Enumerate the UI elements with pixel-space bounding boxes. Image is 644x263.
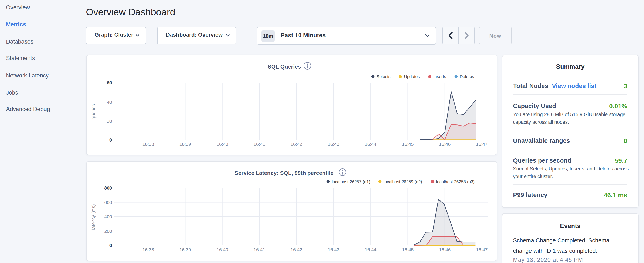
svg-text:latency (ms): latency (ms): [91, 204, 96, 230]
svg-text:16:45: 16:45: [402, 247, 414, 252]
svg-text:800: 800: [104, 185, 112, 191]
svg-text:Updates: Updates: [404, 74, 420, 79]
svg-text:16:40: 16:40: [216, 247, 228, 252]
svg-text:16:38: 16:38: [142, 141, 154, 147]
svg-text:Deletes: Deletes: [460, 74, 474, 79]
svg-text:16:47: 16:47: [476, 247, 488, 252]
svg-text:16:41: 16:41: [254, 247, 265, 252]
svg-text:Service Latency: SQL, 99th per: Service Latency: SQL, 99th percentile: [234, 170, 333, 176]
svg-text:16:38: 16:38: [142, 247, 154, 252]
svg-text:16:41: 16:41: [254, 141, 265, 147]
svg-text:queries: queries: [91, 104, 96, 119]
svg-text:localhost:26258 (n3): localhost:26258 (n3): [436, 179, 474, 184]
svg-text:localhost:26259 (n2): localhost:26259 (n2): [384, 179, 422, 184]
svg-text:16:44: 16:44: [365, 141, 376, 147]
svg-text:60: 60: [107, 80, 112, 86]
svg-text:localhost:26257 (n1): localhost:26257 (n1): [332, 179, 370, 184]
svg-text:16:42: 16:42: [290, 247, 302, 252]
svg-text:Selects: Selects: [376, 74, 390, 79]
svg-text:400: 400: [104, 214, 112, 219]
svg-text:16:45: 16:45: [402, 141, 414, 147]
svg-text:20: 20: [107, 119, 112, 124]
svg-text:0: 0: [110, 137, 112, 143]
svg-text:600: 600: [104, 200, 112, 205]
svg-text:16:46: 16:46: [439, 141, 450, 147]
svg-text:16:40: 16:40: [216, 141, 228, 147]
svg-text:16:47: 16:47: [476, 141, 488, 147]
svg-text:16:42: 16:42: [290, 141, 302, 147]
svg-text:0: 0: [110, 243, 112, 248]
svg-text:16:39: 16:39: [179, 141, 191, 147]
svg-text:SQL Queries: SQL Queries: [268, 63, 301, 70]
svg-text:16:43: 16:43: [328, 247, 339, 252]
svg-text:40: 40: [107, 100, 112, 105]
svg-text:16:43: 16:43: [328, 141, 339, 147]
svg-text:200: 200: [104, 228, 112, 234]
svg-text:Inserts: Inserts: [433, 74, 446, 79]
svg-text:16:46: 16:46: [439, 247, 450, 252]
svg-text:16:44: 16:44: [365, 247, 376, 252]
svg-text:16:39: 16:39: [179, 247, 191, 252]
